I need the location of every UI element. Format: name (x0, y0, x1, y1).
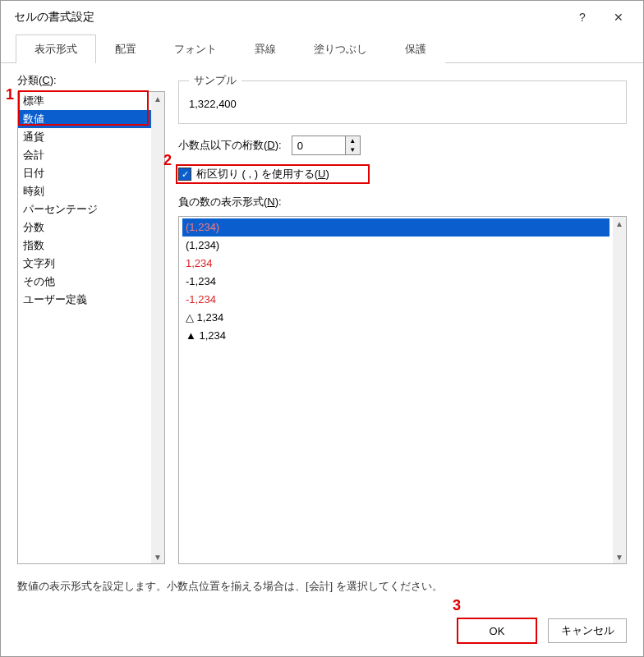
tab-display-format[interactable]: 表示形式 (16, 34, 96, 63)
category-label: 分類(C): (17, 73, 165, 88)
spin-up-icon[interactable]: ▲ (345, 136, 360, 145)
ok-button[interactable]: OK (458, 618, 536, 643)
negative-item[interactable]: 1,234 (182, 255, 610, 273)
thousands-checkbox[interactable]: ✓ (178, 168, 191, 181)
cancel-button[interactable]: キャンセル (548, 618, 627, 643)
decimal-label: 小数点以下の桁数(D): (178, 138, 282, 153)
help-button[interactable]: ? (564, 4, 600, 30)
sample-value: 1,322,400 (189, 98, 616, 110)
scroll-up-icon[interactable]: ▲ (613, 217, 626, 230)
category-item[interactable]: 標準 (18, 92, 151, 110)
scrollbar[interactable]: ▲ ▼ (613, 217, 626, 563)
tabs: 表示形式 配置 フォント 罫線 塗りつぶし 保護 (1, 34, 643, 63)
category-item[interactable]: その他 (18, 273, 151, 291)
negative-listbox[interactable]: (1,234)(1,234)1,234-1,234-1,234△ 1,234▲ … (178, 216, 627, 564)
scroll-up-icon[interactable]: ▲ (151, 92, 164, 105)
spin-down-icon[interactable]: ▼ (345, 145, 360, 154)
category-item[interactable]: 会計 (18, 146, 151, 164)
description-text: 数値の表示形式を設定します。小数点位置を揃える場合は、[会計] を選択してくださ… (17, 579, 627, 594)
annotation-1: 1 (6, 86, 14, 103)
decimal-spinner[interactable]: ▲ ▼ (292, 136, 361, 155)
decimal-input[interactable] (292, 136, 345, 154)
sample-legend: サンプル (189, 73, 242, 88)
negative-item[interactable]: -1,234 (182, 291, 610, 309)
tab-alignment[interactable]: 配置 (96, 34, 155, 63)
category-item[interactable]: 通貨 (18, 128, 151, 146)
scrollbar[interactable]: ▲ ▼ (151, 92, 164, 563)
window-title: セルの書式設定 (14, 10, 564, 25)
negative-item[interactable]: (1,234) (182, 237, 610, 255)
sample-box: サンプル 1,322,400 (178, 73, 627, 124)
negative-item[interactable]: △ 1,234 (182, 309, 610, 327)
negative-item[interactable]: -1,234 (182, 273, 610, 291)
category-item[interactable]: 分数 (18, 218, 151, 237)
negative-label: 負の数の表示形式(N): (178, 195, 627, 209)
scroll-down-icon[interactable]: ▼ (613, 550, 626, 563)
category-item[interactable]: 日付 (18, 164, 151, 182)
close-button[interactable]: ✕ (600, 4, 637, 30)
thousands-label[interactable]: 桁区切り ( , ) を使用する(U) (196, 167, 329, 181)
tab-protection[interactable]: 保護 (386, 34, 445, 63)
category-listbox[interactable]: 標準数値通貨会計日付時刻パーセンテージ分数指数文字列その他ユーザー定義 ▲ ▼ (17, 91, 165, 564)
negative-item[interactable]: (1,234) (182, 218, 610, 237)
category-item[interactable]: 数値 (18, 110, 151, 128)
category-item[interactable]: ユーザー定義 (18, 291, 151, 309)
scroll-down-icon[interactable]: ▼ (151, 550, 164, 563)
category-item[interactable]: 指数 (18, 237, 151, 255)
category-item[interactable]: 時刻 (18, 182, 151, 200)
tab-fill[interactable]: 塗りつぶし (295, 34, 386, 63)
negative-item[interactable]: ▲ 1,234 (182, 327, 610, 345)
category-item[interactable]: 文字列 (18, 255, 151, 273)
tab-font[interactable]: フォント (155, 34, 236, 63)
category-item[interactable]: パーセンテージ (18, 200, 151, 218)
tab-border[interactable]: 罫線 (236, 34, 295, 63)
